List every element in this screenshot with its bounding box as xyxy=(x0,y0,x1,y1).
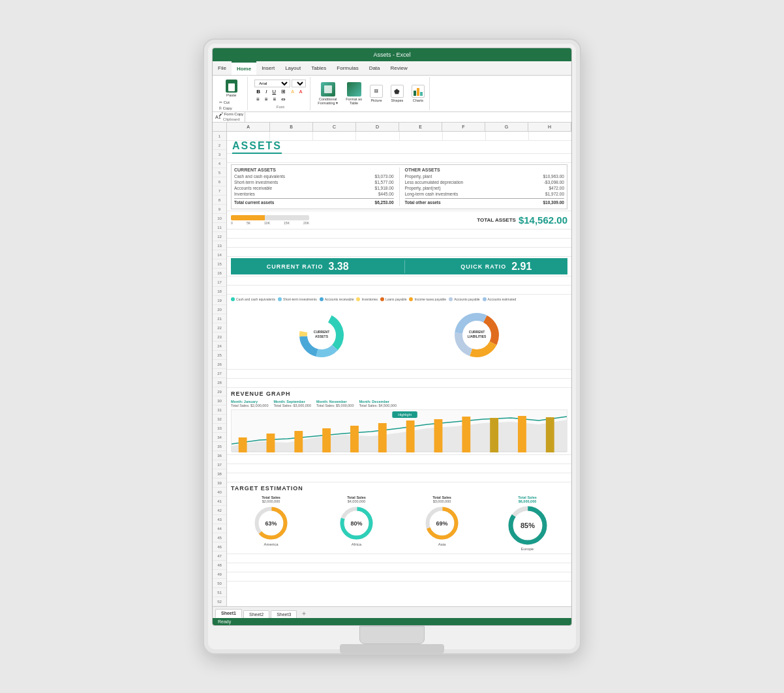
row-23: 23 xyxy=(213,332,226,342)
svg-text:LIABILITIES: LIABILITIES xyxy=(468,334,487,338)
row-41: 41 xyxy=(213,497,226,506)
border-button[interactable]: ⊞ xyxy=(279,88,288,95)
revenue-chart-container: Highlight xyxy=(231,409,567,452)
legend-dot-1 xyxy=(231,297,235,301)
legend-item-3: Accounts receivable xyxy=(320,297,354,301)
shapes-button[interactable]: ⬟ Shapes xyxy=(389,83,406,104)
font-label: Font xyxy=(277,105,284,109)
grid-row-52 xyxy=(227,582,571,591)
total-assets-label: TOTAL ASSETS xyxy=(477,217,516,223)
col-f[interactable]: F xyxy=(442,123,485,131)
row-43: 43 xyxy=(213,515,226,524)
legend-dot-3 xyxy=(320,297,324,301)
title-text: Assets - Excel xyxy=(218,52,566,58)
highlight-color-button[interactable]: A xyxy=(289,89,296,95)
wrap-button[interactable]: ⇔ xyxy=(279,96,288,103)
ribbon-group-styles: ConditionalFormatting ▾ Format asTable 🖼… xyxy=(313,77,430,110)
tab-review[interactable]: Review xyxy=(385,61,413,75)
row-13: 13 xyxy=(213,241,226,250)
row-7: 7 xyxy=(213,186,226,196)
picture-button[interactable]: 🖼 Picture xyxy=(368,83,385,104)
font-color-button[interactable]: A xyxy=(297,89,305,95)
legend-dot-7 xyxy=(449,297,453,301)
sheet-tab-3[interactable]: Sheet3 xyxy=(271,610,297,618)
tab-tables[interactable]: Tables xyxy=(306,61,331,75)
font-row-3: ≡ ≡ ≡ ⇔ xyxy=(254,96,306,103)
row-2: 2 xyxy=(213,141,226,150)
col-d[interactable]: D xyxy=(356,123,399,131)
legend-label-2: Short-term investments xyxy=(283,297,317,301)
underline-button[interactable]: U xyxy=(270,88,278,95)
paste-button[interactable]: Paste xyxy=(224,78,239,98)
row-42: 42 xyxy=(213,506,226,515)
svg-text:80%: 80% xyxy=(350,520,362,527)
align-left-button[interactable]: ≡ xyxy=(254,96,262,103)
col-c[interactable]: C xyxy=(313,123,356,131)
grid-main: A B C D E F G H xyxy=(227,123,571,606)
legend-item-5: Loans payable xyxy=(380,297,407,301)
row-37: 37 xyxy=(213,460,226,469)
col-headers: A B C D E F G H xyxy=(227,123,571,132)
bar-4 xyxy=(322,428,331,452)
row-51: 51 xyxy=(213,588,226,597)
bold-button[interactable]: B xyxy=(254,88,262,95)
target-circle-3-svg: 69% xyxy=(424,505,460,541)
align-right-button[interactable]: ≡ xyxy=(271,96,279,103)
format-table-button[interactable]: Format asTable xyxy=(344,81,364,106)
target-stat-1: Total Sales $2,000,000 xyxy=(262,495,280,503)
tab-formulas[interactable]: Formulas xyxy=(331,61,363,75)
row-15: 15 xyxy=(213,259,226,269)
ratio-box: CURRENT RATIO 3.38 QUICK RATIO 2.91 xyxy=(231,258,567,274)
revenue-chart-svg: Highlight xyxy=(232,410,567,452)
col-b[interactable]: B xyxy=(270,123,313,131)
current-liabilities-donut-svg: CURRENT LIABILITIES xyxy=(451,309,503,361)
row-1: 1 xyxy=(213,132,226,141)
col-e[interactable]: E xyxy=(399,123,442,131)
name-box[interactable]: A1 xyxy=(213,112,245,122)
add-sheet-button[interactable]: ＋ xyxy=(298,609,310,618)
conditional-formatting-button[interactable]: ConditionalFormatting ▾ xyxy=(316,81,340,106)
row-17: 17 xyxy=(213,278,226,287)
italic-button[interactable]: I xyxy=(264,88,269,95)
oa-row-4: Long-term cash investments $1,972.00 xyxy=(405,191,565,197)
monitor: Assets - Excel File Home Insert Layout T… xyxy=(203,38,581,655)
cut-button[interactable]: ✂ Cut xyxy=(218,99,245,105)
status-text: Ready xyxy=(218,619,231,624)
tab-file[interactable]: File xyxy=(213,61,232,75)
current-assets-header: CURRENT ASSETS xyxy=(234,168,394,172)
sheet-tab-1[interactable]: Sheet1 xyxy=(215,609,242,618)
font-family-select[interactable]: Arial xyxy=(254,80,290,87)
charts-button[interactable]: Charts xyxy=(410,83,427,104)
tab-layout[interactable]: Layout xyxy=(280,61,306,75)
sheet-tab-2[interactable]: Sheet2 xyxy=(243,610,269,618)
copy-button[interactable]: ⎘ Copy xyxy=(218,106,245,111)
target-item-africa: Total Sales $4,000,000 80% Africa xyxy=(316,495,397,551)
legend-dot-5 xyxy=(380,297,384,301)
title-bar: Assets - Excel xyxy=(213,48,571,61)
donut-charts-section: Cash and cash equivalents Short-term inv… xyxy=(227,295,571,370)
tab-data[interactable]: Data xyxy=(364,61,385,75)
area-fill xyxy=(232,420,567,452)
row-40: 40 xyxy=(213,488,226,497)
oa-row-1: Property, plant $10,963.00 xyxy=(405,173,565,179)
grid-row-17 xyxy=(227,276,571,286)
grid-row-51 xyxy=(227,572,571,582)
align-center-button[interactable]: ≡ xyxy=(263,96,270,103)
assets-title-row: ASSETS xyxy=(227,141,571,154)
ca-row-3: Accounts receivable $1,918.00 xyxy=(234,185,394,191)
tab-home[interactable]: Home xyxy=(232,61,256,75)
font-size-select[interactable]: 11 xyxy=(292,80,306,87)
sheet-tabs: Sheet1 Sheet2 Sheet3 ＋ xyxy=(213,606,571,618)
oa-total-row: Total other assets $10,309.00 xyxy=(405,198,565,206)
ribbon-group-clipboard: Paste ✂ Cut ⎘ Copy 🖌 Form Copy Clipboard xyxy=(215,77,248,110)
tab-insert[interactable]: Insert xyxy=(256,61,280,75)
ca-row-4: Inventories $445.00 xyxy=(234,191,394,197)
col-a[interactable]: A xyxy=(227,123,270,131)
col-g[interactable]: G xyxy=(485,123,528,131)
grid-row-39 xyxy=(227,464,571,473)
row-26: 26 xyxy=(213,360,226,369)
target-item-europe: Total Sales $6,000,000 85% Europe xyxy=(487,495,567,551)
rev-stat-2: Month: September Total Sales: $3,000,000 xyxy=(274,400,312,407)
col-h[interactable]: H xyxy=(528,123,571,131)
bar-5 xyxy=(350,426,359,452)
